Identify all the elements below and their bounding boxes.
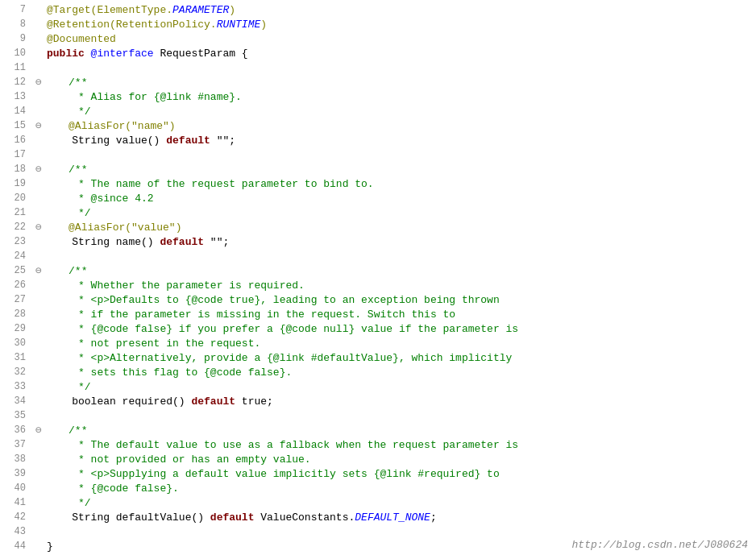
line-number: 39 (3, 467, 26, 479)
fold-indicator[interactable]: ⊖ (35, 119, 42, 132)
line-number: 18 (3, 163, 26, 175)
code-line: 37 * The default value to use as a fallb… (0, 438, 756, 453)
line-number: 14 (3, 105, 26, 117)
line-content: String value() default ""; (47, 134, 753, 148)
code-token: * Alias for (47, 91, 154, 103)
line-number: 32 (3, 366, 26, 378)
code-token: String defaultValue() (47, 511, 210, 524)
code-token: default (191, 395, 235, 408)
code-token: {@code false} (91, 482, 172, 495)
code-token: /** (44, 424, 88, 437)
line-number: 37 (3, 438, 26, 450)
code-line: 43 (0, 525, 756, 540)
code-token: ) (229, 4, 235, 16)
line-number: 34 (3, 395, 26, 407)
line-content: * The name of the request parameter to b… (47, 177, 753, 192)
code-token: /** (44, 164, 88, 176)
line-content: * <p>Defaults to {@code true}, leading t… (47, 293, 753, 308)
line-content: @Documented (47, 32, 753, 47)
line-content: String defaultValue() default ValueConst… (47, 511, 753, 525)
line-number: 8 (3, 18, 26, 30)
line-number: 43 (3, 525, 26, 537)
code-token: , leading to an exception being thrown (260, 294, 499, 306)
code-token: public (47, 48, 91, 60)
line-number: 11 (3, 61, 26, 73)
line-number: 38 (3, 453, 26, 465)
line-content: * Whether the parameter is required. (47, 279, 753, 293)
line-content: * Alias for {@link #name}. (47, 90, 753, 105)
line-content: String name() default ""; (47, 235, 753, 250)
code-line: 17 (0, 148, 756, 163)
code-token: {@code true} (185, 294, 261, 306)
code-token: */ (47, 497, 91, 509)
fold-indicator[interactable]: ⊖ (35, 264, 42, 277)
line-content (47, 409, 753, 424)
code-token: true; (235, 395, 273, 408)
fold-indicator[interactable]: ⊖ (35, 163, 42, 176)
code-line: 39 * <p>Supplying a default value implic… (0, 467, 756, 482)
code-line: 40 * {@code false}. (0, 482, 756, 496)
code-token: @interface (91, 48, 160, 60)
line-number: 19 (3, 177, 26, 189)
line-content: /** (44, 163, 753, 177)
line-content: /** (44, 76, 753, 90)
line-number: 20 (3, 192, 26, 204)
code-token: DEFAULT_NONE (355, 511, 430, 524)
code-token: boolean required() (47, 395, 191, 408)
code-token: {@link #name} (154, 91, 235, 103)
code-line: 32 * sets this flag to {@code false}. (0, 366, 756, 380)
code-token: /** (44, 265, 88, 277)
code-token: * @since 4.2 (47, 193, 154, 205)
line-number: 9 (3, 32, 26, 44)
code-token: * not present in the request. (47, 337, 260, 350)
code-token: RUNTIME (217, 19, 261, 31)
line-number: 31 (3, 351, 26, 363)
code-token: * <p>Alternatively, provide a (47, 352, 267, 364)
fold-indicator[interactable]: ⊖ (35, 76, 42, 89)
line-number: 7 (3, 3, 26, 15)
code-line: 41 */ (0, 496, 756, 511)
line-number: 26 (3, 279, 26, 291)
code-token: {@link #defaultValue} (267, 352, 399, 364)
code-token: ""; (204, 236, 229, 248)
code-token: {@code false} (204, 366, 285, 379)
code-token: , which implicitly (399, 352, 512, 364)
code-token: @Retention(RetentionPolicy. (47, 19, 217, 31)
line-content (47, 525, 753, 540)
code-token: } (47, 540, 53, 553)
line-content (47, 148, 753, 163)
code-line: 20 * @since 4.2 (0, 192, 756, 206)
code-token: @AliasFor("name") (44, 120, 176, 132)
line-content: public @interface RequestParam { (47, 47, 753, 61)
code-token: * (47, 482, 91, 495)
line-content: * {@code false}. (47, 482, 753, 496)
line-content: */ (47, 380, 753, 395)
code-line: 18⊖ /** (0, 163, 756, 177)
line-content: */ (47, 105, 753, 119)
code-line: 15⊖ @AliasFor("name") (0, 119, 756, 134)
code-token: . (172, 482, 179, 495)
code-token: {@link #required} (374, 468, 481, 480)
code-token: * <p>Supplying a default value implicitl… (47, 468, 374, 480)
line-number: 30 (3, 337, 26, 349)
line-content: @Retention(RetentionPolicy.RUNTIME) (47, 18, 753, 32)
fold-indicator[interactable]: ⊖ (35, 424, 42, 437)
line-number: 36 (3, 424, 26, 436)
code-token: default (210, 511, 255, 524)
code-token: ; (430, 511, 437, 524)
code-line: 35 (0, 409, 756, 424)
line-content (47, 61, 753, 76)
code-token: */ (47, 207, 91, 219)
code-token: {@code false} (91, 323, 172, 335)
line-content: boolean required() default true; (47, 395, 753, 409)
line-number: 40 (3, 482, 26, 494)
fold-indicator[interactable]: ⊖ (35, 221, 42, 234)
line-content: * not provided or has an empty value. (47, 453, 753, 467)
line-number: 21 (3, 206, 26, 218)
code-token: PARAMETER (172, 4, 229, 16)
code-line: 12⊖ /** (0, 76, 756, 90)
code-token: default (160, 236, 204, 248)
line-content (47, 250, 753, 264)
line-content: * @since 4.2 (47, 192, 753, 206)
code-token: * sets this flag to (47, 366, 204, 379)
